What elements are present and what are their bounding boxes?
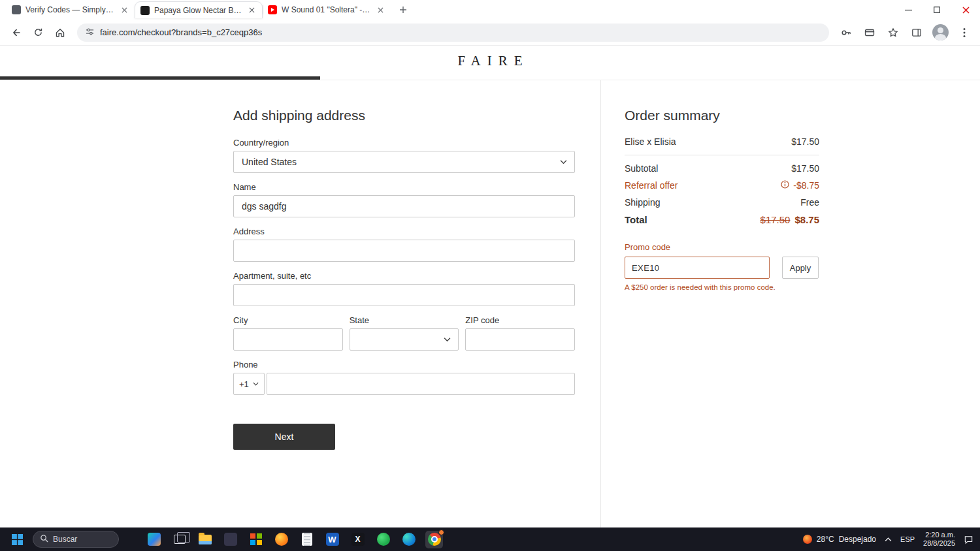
chevron-down-icon xyxy=(444,338,451,342)
summary-item-row: Elise x Elisia $17.50 xyxy=(625,136,819,147)
url-text: faire.com/checkout?brands=b_c27ceqp36s xyxy=(100,27,262,37)
promo-code-input[interactable] xyxy=(625,257,770,279)
state-label: State xyxy=(350,315,459,325)
promo-code-label: Promo code xyxy=(625,242,819,252)
tab-title: W Sound 01 "Soltera" - Blessd... xyxy=(282,5,370,14)
windows-taskbar: Buscar W X 28°C Despejado xyxy=(0,527,980,551)
home-icon[interactable] xyxy=(50,22,71,43)
close-button[interactable] xyxy=(951,0,980,20)
chrome-badge xyxy=(438,529,444,535)
photos-icon[interactable] xyxy=(145,531,163,548)
country-value: United States xyxy=(242,157,297,167)
country-label: Country/region xyxy=(233,138,575,148)
tab-title: Papaya Glow Nectar Body Was... xyxy=(154,6,242,15)
state-select[interactable] xyxy=(350,328,459,351)
total-row: Total $17.50 $8.75 xyxy=(625,214,819,225)
weather-condition: Despejado xyxy=(839,535,876,544)
apartment-input[interactable] xyxy=(233,284,575,306)
chevron-down-icon xyxy=(253,382,259,386)
country-select[interactable]: United States xyxy=(233,151,575,173)
item-price: $17.50 xyxy=(791,136,819,147)
clock[interactable]: 2:20 a.m. 28/8/2025 xyxy=(923,531,955,548)
faire-logo: FAIRE xyxy=(451,53,529,69)
notifications-icon[interactable] xyxy=(964,535,973,544)
site-header: FAIRE xyxy=(0,46,980,76)
city-input[interactable] xyxy=(233,328,343,351)
address-input[interactable] xyxy=(233,240,575,262)
weather-widget[interactable]: 28°C Despejado xyxy=(803,535,876,544)
payment-card-icon[interactable] xyxy=(859,22,880,43)
promo-code-row: Apply xyxy=(625,257,819,279)
referral-label: Referral offer xyxy=(625,180,678,191)
toolbar-icons xyxy=(836,22,975,43)
phone-prefix-value: +1 xyxy=(239,379,249,389)
maximize-button[interactable] xyxy=(923,0,951,20)
profile-avatar[interactable] xyxy=(932,24,949,40)
new-tab-button[interactable] xyxy=(395,1,412,18)
taskbar-search[interactable]: Buscar xyxy=(33,531,119,548)
referral-offer-row: Referral offer -$8.75 xyxy=(625,180,819,191)
time-text: 2:20 a.m. xyxy=(925,531,955,539)
promo-error-message: A $250 order is needed with this promo c… xyxy=(625,283,819,291)
start-button-icon[interactable] xyxy=(7,530,27,548)
site-info-icon[interactable] xyxy=(86,27,94,39)
address-label: Address xyxy=(233,227,575,236)
date-text: 28/8/2025 xyxy=(923,539,955,548)
minimize-button[interactable] xyxy=(894,0,923,20)
total-label: Total xyxy=(625,214,647,225)
word-icon[interactable]: W xyxy=(323,531,341,548)
total-original-price: $17.50 xyxy=(760,214,791,225)
subtotal-value: $17.50 xyxy=(791,163,819,174)
name-input[interactable] xyxy=(233,195,575,217)
document-app-icon[interactable] xyxy=(298,531,316,548)
tab-strip: Verify Codes — SimplyCodes Papaya Glow N… xyxy=(0,0,980,20)
name-label: Name xyxy=(233,182,575,192)
tab-close-icon[interactable] xyxy=(119,5,129,15)
back-icon[interactable] xyxy=(5,22,26,43)
apply-button[interactable]: Apply xyxy=(782,257,819,279)
item-name: Elise x Elisia xyxy=(625,136,676,147)
zip-input[interactable] xyxy=(465,328,575,351)
taskbar-apps: W X xyxy=(145,531,443,548)
weather-icon xyxy=(803,535,812,544)
summary-title: Order summary xyxy=(625,108,819,123)
shipping-column: Add shipping address Country/region Unit… xyxy=(0,80,600,527)
tab-title: Verify Codes — SimplyCodes xyxy=(25,5,114,14)
progress-fill xyxy=(0,76,320,80)
shipping-address-form: Add shipping address Country/region Unit… xyxy=(233,108,575,450)
password-key-icon[interactable] xyxy=(836,22,857,43)
next-button[interactable]: Next xyxy=(233,424,335,450)
screen: Verify Codes — SimplyCodes Papaya Glow N… xyxy=(0,0,980,551)
tab-close-icon[interactable] xyxy=(375,5,385,15)
city-label: City xyxy=(233,315,343,325)
language-indicator[interactable]: ESP xyxy=(900,535,915,543)
youtube-favicon xyxy=(268,5,277,14)
info-icon[interactable] xyxy=(781,180,789,191)
tab-youtube-video[interactable]: W Sound 01 "Soltera" - Blessd... xyxy=(263,1,391,18)
microsoft-tiles-icon[interactable] xyxy=(247,531,265,548)
dark-app-icon[interactable] xyxy=(221,531,239,548)
bookmark-star-icon[interactable] xyxy=(883,22,904,43)
address-bar[interactable]: faire.com/checkout?brands=b_c27ceqp36s xyxy=(77,24,829,42)
tab-close-icon[interactable] xyxy=(246,5,257,16)
faire-favicon xyxy=(140,6,150,15)
side-panel-icon[interactable] xyxy=(906,22,927,43)
edge-icon[interactable] xyxy=(400,531,417,548)
task-view-icon[interactable] xyxy=(171,531,188,548)
total-discounted-price: $8.75 xyxy=(794,214,819,225)
order-summary: Order summary Elise x Elisia $17.50 Subt… xyxy=(625,108,819,291)
green-app-icon[interactable] xyxy=(374,531,392,548)
chrome-icon[interactable] xyxy=(425,531,443,548)
refresh-icon[interactable] xyxy=(27,22,48,43)
phone-input[interactable] xyxy=(267,373,575,395)
phone-country-code-select[interactable]: +1 xyxy=(233,373,265,395)
hidden-icons-chevron[interactable] xyxy=(885,537,892,542)
tab-papaya-glow[interactable]: Papaya Glow Nectar Body Was... xyxy=(135,1,263,18)
shipping-row: Shipping Free xyxy=(625,197,819,208)
file-explorer-icon[interactable] xyxy=(196,531,214,548)
menu-dots-icon[interactable] xyxy=(954,22,975,43)
checkout-content: Add shipping address Country/region Unit… xyxy=(0,80,980,527)
firefox-icon[interactable] xyxy=(272,531,290,548)
x-app-icon[interactable]: X xyxy=(349,531,367,548)
tab-simplycodes[interactable]: Verify Codes — SimplyCodes xyxy=(7,1,135,18)
